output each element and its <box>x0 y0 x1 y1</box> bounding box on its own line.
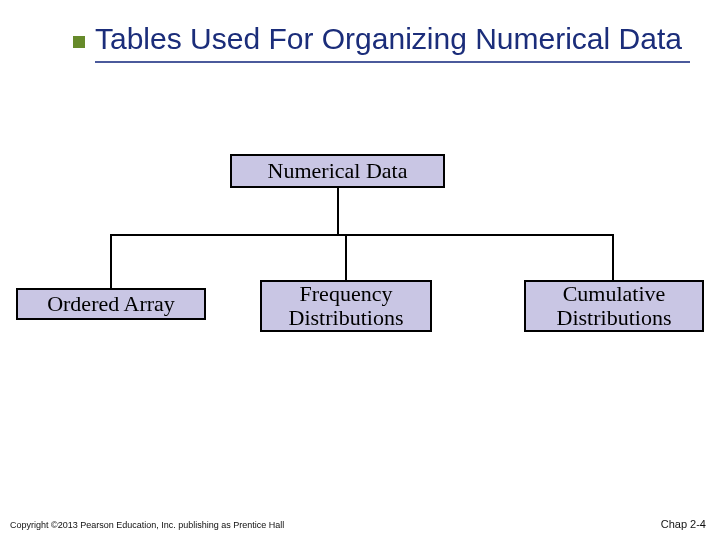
node-ordered-array: Ordered Array <box>16 288 206 320</box>
footer-copyright: Copyright ©2013 Pearson Education, Inc. … <box>10 520 284 530</box>
node-ordered-array-label: Ordered Array <box>47 292 175 316</box>
node-cumulative-distributions: Cumulative Distributions <box>524 280 704 332</box>
connector-drop-left <box>110 234 112 288</box>
node-root: Numerical Data <box>230 154 445 188</box>
title-bullet <box>73 36 85 48</box>
footer-page: Chap 2-4 <box>661 518 706 530</box>
connector-drop-middle <box>345 234 347 280</box>
connector-root-stem <box>337 188 339 234</box>
node-cumulative-distributions-label: Cumulative Distributions <box>534 282 694 330</box>
connector-drop-right <box>612 234 614 280</box>
title-area: Tables Used For Organizing Numerical Dat… <box>95 22 690 63</box>
node-frequency-distributions: Frequency Distributions <box>260 280 432 332</box>
slide-title: Tables Used For Organizing Numerical Dat… <box>95 22 690 55</box>
node-frequency-distributions-label: Frequency Distributions <box>270 282 422 330</box>
node-root-label: Numerical Data <box>268 159 408 183</box>
connector-bus <box>110 234 614 236</box>
title-underline <box>95 61 690 63</box>
